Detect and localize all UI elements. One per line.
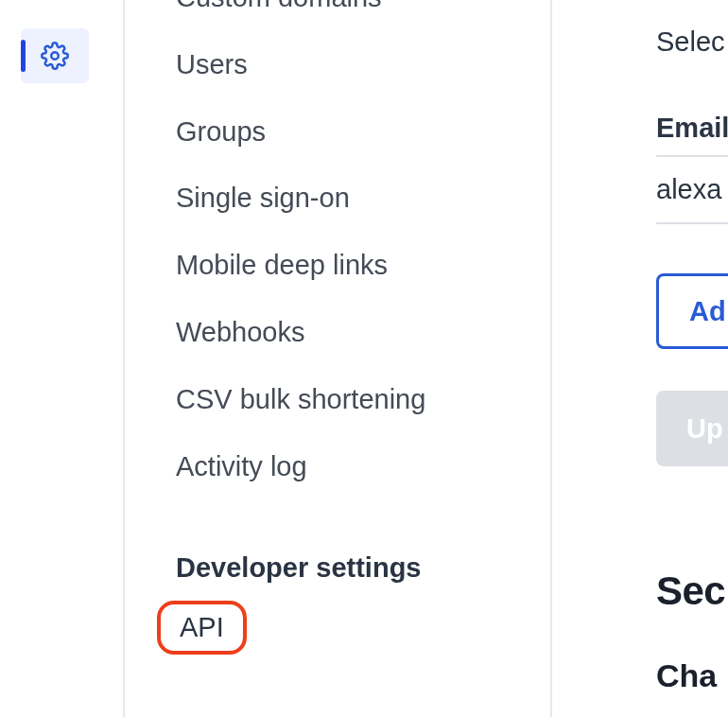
settings-sidebar: Custom domains Users Groups Single sign-… (123, 0, 552, 717)
security-heading: Sec (656, 568, 728, 614)
sidebar-item-users[interactable]: Users (176, 31, 550, 98)
sidebar-item-groups[interactable]: Groups (176, 98, 550, 166)
sidebar-item-csv-bulk-shortening[interactable]: CSV bulk shortening (176, 366, 550, 433)
sidebar-item-mobile-deep-links[interactable]: Mobile deep links (176, 232, 550, 299)
content-panel: Selec Email alexa Ad Up Sec Cha (552, 0, 728, 717)
icon-rail (0, 0, 123, 717)
change-heading: Cha (656, 657, 728, 694)
divider (656, 222, 728, 224)
divider (656, 155, 728, 157)
sidebar-item-activity-log[interactable]: Activity log (176, 433, 550, 500)
sidebar-item-custom-domains[interactable]: Custom domains (176, 0, 550, 31)
rail-active-indicator (21, 40, 26, 72)
svg-point-0 (51, 52, 59, 60)
sidebar-item-api[interactable]: API (157, 601, 247, 655)
sidebar-item-webhooks[interactable]: Webhooks (176, 299, 550, 366)
select-text: Selec (656, 26, 728, 58)
rail-settings-button[interactable] (21, 28, 89, 83)
add-button[interactable]: Ad (656, 273, 728, 349)
developer-settings-heading: Developer settings (176, 552, 550, 584)
email-value: alexa (656, 174, 728, 222)
update-button: Up (656, 391, 728, 466)
email-label: Email (656, 113, 728, 155)
gear-icon (41, 42, 69, 70)
sidebar-item-single-sign-on[interactable]: Single sign-on (176, 165, 550, 232)
